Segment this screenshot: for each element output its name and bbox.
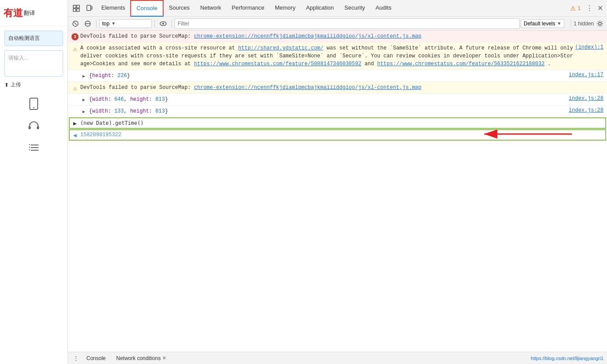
bottom-tab-close-icon[interactable]: ✕ xyxy=(162,355,166,361)
tab-sources[interactable]: Sources xyxy=(164,0,195,17)
tab-performance[interactable]: Performance xyxy=(226,0,269,17)
svg-line-17 xyxy=(74,22,77,25)
list-icon[interactable] xyxy=(27,141,40,154)
svg-point-1 xyxy=(33,107,35,109)
input-prompt-icon: ▶ xyxy=(71,120,79,127)
levels-selector[interactable]: Default levels ▼ xyxy=(521,19,564,28)
svg-rect-12 xyxy=(73,9,76,11)
console-row-height: ▶ {height: 226} index.js:17 xyxy=(68,70,607,82)
devtools-toolbar: top ▼ Default levels ▼ 1 hidden xyxy=(68,17,607,31)
headphone-icon[interactable] xyxy=(27,119,40,132)
context-selector[interactable]: top ▼ xyxy=(99,19,152,28)
console-row-warning-2: ⚠ DevTools failed to parse SourceMap: ch… xyxy=(68,82,607,94)
tab-elements[interactable]: Elements xyxy=(96,0,130,17)
svg-rect-3 xyxy=(37,126,39,129)
levels-value: Default levels xyxy=(524,21,555,27)
bottom-tab-network-conditions[interactable]: Network conditions ✕ xyxy=(112,354,171,362)
app-sidebar: 有道 翻译 自动检测语言 请输入... ⬆ 上传 xyxy=(0,0,68,364)
toolbar-divider-3 xyxy=(171,20,172,28)
svg-rect-10 xyxy=(73,5,76,8)
levels-dropdown-icon: ▼ xyxy=(557,21,561,26)
result-icon: ◀ xyxy=(71,132,79,139)
clear-console-icon[interactable] xyxy=(70,18,81,29)
devtools-tabs: Elements Console Sources Network Perform… xyxy=(68,0,607,17)
console-text-1: DevTools failed to parse SourceMap: chro… xyxy=(80,32,603,40)
upload-button[interactable]: ⬆ 上传 xyxy=(4,81,63,88)
block-icon[interactable] xyxy=(82,18,93,29)
warning-count: 1 xyxy=(578,5,581,11)
svg-rect-9 xyxy=(29,149,30,150)
tab-audits[interactable]: Audits xyxy=(370,0,396,17)
logo-sub: 翻译 xyxy=(24,9,35,17)
app-logo: 有道 翻译 xyxy=(0,0,68,26)
tab-security[interactable]: Security xyxy=(339,0,370,17)
toolbar-divider-1 xyxy=(96,20,96,28)
svg-rect-15 xyxy=(91,7,92,9)
expand-icon-w646[interactable]: ▶ xyxy=(80,96,87,103)
error-icon-1: 3 xyxy=(71,33,79,40)
context-dropdown-icon: ▼ xyxy=(111,21,116,26)
warning-triangle: ⚠ xyxy=(570,5,576,12)
bottom-more-icon[interactable]: ⋮ xyxy=(71,354,80,363)
logo-text: 有道 xyxy=(4,7,23,20)
upload-label: 上传 xyxy=(11,81,21,88)
console-text-w646: {width: 646, height: 813} xyxy=(89,95,569,103)
devtools-bottom-bar: ⋮ Console Network conditions ✕ https://b… xyxy=(68,352,607,364)
input-area[interactable]: 请输入... xyxy=(4,50,63,77)
auto-detect-label: 自动检测语言 xyxy=(4,31,63,46)
upload-icon: ⬆ xyxy=(4,82,9,88)
file-ref-w646[interactable]: index.js:28 xyxy=(569,95,603,102)
console-output: 3 DevTools failed to parse SourceMap: ch… xyxy=(68,31,607,352)
tab-network[interactable]: Network xyxy=(195,0,227,17)
svg-rect-8 xyxy=(29,147,30,148)
file-ref-cookie[interactable]: (index):1 xyxy=(575,44,603,50)
devtools-panel: Elements Console Sources Network Perform… xyxy=(68,0,607,364)
warning-icon-2: ⚠ xyxy=(71,85,79,92)
console-text-height: {height: 226} xyxy=(89,72,569,80)
device-icon[interactable] xyxy=(83,2,96,15)
mobile-icon[interactable] xyxy=(27,97,40,110)
svg-rect-13 xyxy=(77,9,79,11)
console-row-warning-cookie: ⚠ A cookie associated with a cross-site … xyxy=(68,42,607,70)
close-devtools-icon[interactable]: ✕ xyxy=(595,3,605,14)
inspect-icon[interactable] xyxy=(70,2,83,15)
svg-point-22 xyxy=(599,22,601,25)
svg-point-21 xyxy=(162,23,164,25)
sourcemap-link-2[interactable]: chrome-extension://ncennffkjdiamlpmcbajk… xyxy=(194,85,421,91)
svg-rect-11 xyxy=(77,5,79,8)
sidebar-content: 自动检测语言 请输入... ⬆ 上传 xyxy=(0,26,68,364)
bottom-tab-console[interactable]: Console xyxy=(82,354,110,362)
toolbar-divider-4 xyxy=(571,20,571,28)
console-text-w133: {width: 133, height: 813} xyxy=(89,107,569,115)
ydstatic-link[interactable]: http://shared.ydstatic.com/ xyxy=(238,45,323,51)
context-value: top xyxy=(102,21,110,27)
svg-rect-7 xyxy=(29,144,30,145)
chromestatus-link-2[interactable]: https://www.chromestatus.com/feature/563… xyxy=(377,61,545,67)
eye-icon[interactable] xyxy=(157,18,169,29)
warning-icon-cookie: ⚠ xyxy=(71,45,79,52)
console-row-error-1: 3 DevTools failed to parse SourceMap: ch… xyxy=(68,31,607,42)
more-options-icon[interactable]: ⋮ xyxy=(584,3,595,14)
input-placeholder: 请输入... xyxy=(8,55,29,61)
file-ref-height[interactable]: index.js:17 xyxy=(569,72,603,78)
tab-memory[interactable]: Memory xyxy=(270,0,301,17)
console-text-cookie: A cookie associated with a cross-site re… xyxy=(80,44,575,68)
tab-console[interactable]: Console xyxy=(130,0,164,17)
expand-icon-w133[interactable]: ▶ xyxy=(80,108,87,115)
file-ref-w133[interactable]: index.js:28 xyxy=(569,107,603,113)
toolbar-divider-2 xyxy=(154,20,155,28)
svg-rect-2 xyxy=(29,126,31,129)
console-row-width-646: ▶ {width: 646, height: 813} index.js:28 xyxy=(68,94,607,106)
settings-icon[interactable] xyxy=(595,18,605,29)
expand-icon-height[interactable]: ▶ xyxy=(80,73,87,80)
warning-badge: ⚠ 1 xyxy=(570,5,581,12)
red-arrow-annotation xyxy=(475,125,572,145)
bottom-url: https://blog.csdn.net/lljiangyangri1 xyxy=(531,356,603,361)
hidden-count: 1 hidden xyxy=(574,21,594,27)
filter-input[interactable] xyxy=(175,18,520,29)
chromestatus-link-1[interactable]: https://www.chromestatus.com/feature/508… xyxy=(194,61,361,67)
sourcemap-link-1[interactable]: chrome-extension://ncennffkjdiamlpmcbajk… xyxy=(194,33,421,39)
tab-application[interactable]: Application xyxy=(301,0,339,17)
console-row-width-133: ▶ {width: 133, height: 813} index.js:28 xyxy=(68,106,607,117)
sidebar-icons xyxy=(4,97,63,154)
